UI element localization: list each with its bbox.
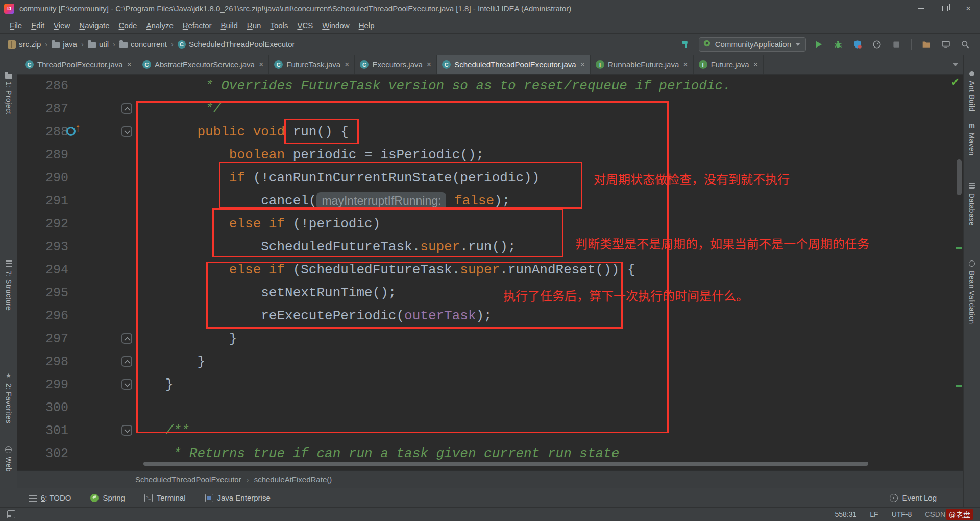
nav-crumb-src-zip[interactable]: src.zip <box>5 39 43 50</box>
toolwindow-button-terminal[interactable]: Terminal <box>144 493 186 502</box>
gutter[interactable] <box>68 327 148 350</box>
close-icon[interactable]: × <box>345 60 349 69</box>
line-number[interactable]: 288 <box>17 121 68 144</box>
close-icon[interactable]: × <box>753 60 758 69</box>
line-number[interactable]: 290 <box>17 167 68 190</box>
stop-button[interactable] <box>890 38 903 51</box>
fold-up-icon[interactable] <box>121 356 132 367</box>
caret-position[interactable]: 558:31 <box>835 510 856 518</box>
code-text[interactable]: public void run() { <box>148 121 963 144</box>
tool-stripe-maven[interactable]: Maven <box>964 122 980 156</box>
inspections-ok-icon[interactable]: ✓ <box>951 76 960 89</box>
code-line-289[interactable]: 289 boolean periodic = isPeriodic(); <box>17 144 963 167</box>
code-text[interactable]: reExecutePeriodic(outerTask); <box>148 304 963 327</box>
code-text[interactable]: */ <box>148 98 963 121</box>
code-text[interactable]: cancel(mayInterruptIfRunning: false); <box>148 190 963 212</box>
code-text[interactable]: } <box>148 373 963 396</box>
menu-item-file[interactable]: File <box>5 19 27 32</box>
project-structure-button[interactable] <box>920 38 933 51</box>
minimize-button[interactable] <box>910 0 933 17</box>
toolwindow-switcher-icon[interactable] <box>7 510 15 518</box>
restore-button[interactable] <box>933 0 957 17</box>
code-text[interactable]: setNextRunTime(); <box>148 281 963 304</box>
close-button[interactable]: × <box>957 0 980 17</box>
fold-down-icon[interactable] <box>121 425 132 436</box>
code-line-296[interactable]: 296 reExecutePeriodic(outerTask); <box>17 304 963 327</box>
search-everywhere-button[interactable] <box>959 38 972 51</box>
nav-crumb-util[interactable]: util <box>85 39 111 50</box>
menu-item-help[interactable]: Help <box>354 19 379 32</box>
code-line-301[interactable]: 301/** <box>17 419 963 442</box>
profiler-button[interactable] <box>870 38 884 51</box>
gutter[interactable] <box>68 442 148 465</box>
menu-item-run[interactable]: Run <box>242 19 266 32</box>
breadcrumb-item-scheduledthreadpoolexecutor[interactable]: ScheduledThreadPoolExecutor <box>135 475 241 484</box>
code-text[interactable] <box>148 396 963 419</box>
menu-item-navigate[interactable]: Navigate <box>75 19 114 32</box>
horizontal-scrollbar[interactable] <box>143 462 868 466</box>
toolwindow-button-spring[interactable]: Spring <box>90 493 125 502</box>
code-text[interactable]: /** <box>148 419 963 442</box>
menu-item-vcs[interactable]: VCS <box>292 19 317 32</box>
code-text[interactable]: else if (ScheduledFutureTask.super.runAn… <box>148 258 963 281</box>
line-number[interactable]: 293 <box>17 235 68 258</box>
menu-item-refactor[interactable]: Refactor <box>178 19 216 32</box>
fold-down-icon[interactable] <box>121 379 132 390</box>
gutter[interactable] <box>68 258 148 281</box>
line-separator[interactable]: LF <box>870 510 878 518</box>
menu-item-code[interactable]: Code <box>114 19 142 32</box>
tab-abstractexecutorservice-java[interactable]: CAbstractExecutorService.java× <box>137 55 269 74</box>
code-text[interactable]: } <box>148 327 963 350</box>
code-line-303[interactable]: 303 * and run-after-shutdown parameters. <box>17 465 963 470</box>
tool-stripe-web[interactable]: Web <box>0 446 17 472</box>
code-line-297[interactable]: 297 } <box>17 327 963 350</box>
fold-down-icon[interactable] <box>121 126 132 137</box>
nav-crumb-java[interactable]: java <box>49 39 80 50</box>
toolwindow-button-event-log[interactable]: Event Log <box>890 493 937 502</box>
presentation-mode-button[interactable] <box>939 38 952 51</box>
code-line-286[interactable]: 286 * Overrides FutureTask version so as… <box>17 75 963 98</box>
gutter[interactable] <box>68 396 148 419</box>
build-hammer-icon[interactable] <box>679 38 693 51</box>
fold-up-icon[interactable] <box>121 103 132 114</box>
tab-scheduledthreadpoolexecutor-java[interactable]: CScheduledThreadPoolExecutor.java× <box>437 55 591 74</box>
fold-up-icon[interactable] <box>121 333 132 344</box>
gutter[interactable] <box>68 304 148 327</box>
line-number[interactable]: 287 <box>17 98 68 121</box>
tabs-dropdown-icon[interactable] <box>953 55 963 74</box>
code-line-300[interactable]: 300 <box>17 396 963 419</box>
code-line-291[interactable]: 291 cancel(mayInterruptIfRunning: false)… <box>17 190 963 212</box>
gutter[interactable] <box>68 373 148 396</box>
gutter[interactable] <box>68 419 148 442</box>
tool-stripe-database[interactable]: Database <box>964 182 980 226</box>
close-icon[interactable]: × <box>580 60 585 69</box>
gutter[interactable] <box>68 235 148 258</box>
close-icon[interactable]: × <box>259 60 263 69</box>
line-number[interactable]: 292 <box>17 212 68 235</box>
vertical-scrollbar[interactable] <box>957 159 962 195</box>
code-line-292[interactable]: 292 else if (!periodic) <box>17 212 963 235</box>
code-line-294[interactable]: 294 else if (ScheduledFutureTask.super.r… <box>17 258 963 281</box>
gutter[interactable] <box>68 98 148 121</box>
debug-button[interactable] <box>831 38 845 51</box>
tool-stripe-ant-build[interactable]: Ant Build <box>964 69 980 112</box>
run-button[interactable] <box>812 38 825 51</box>
menu-item-edit[interactable]: Edit <box>27 19 49 32</box>
line-number[interactable]: 294 <box>17 258 68 281</box>
code-text[interactable]: } <box>148 350 963 373</box>
menu-item-window[interactable]: Window <box>317 19 354 32</box>
close-icon[interactable]: × <box>427 60 431 69</box>
tab-runnablefuture-java[interactable]: IRunnableFuture.java× <box>591 55 694 74</box>
line-number[interactable]: 296 <box>17 304 68 327</box>
line-number[interactable]: 289 <box>17 144 68 167</box>
file-encoding[interactable]: UTF-8 <box>892 510 912 518</box>
nav-crumb-concurrent[interactable]: concurrent <box>117 39 169 50</box>
line-number[interactable]: 301 <box>17 419 68 442</box>
line-number[interactable]: 302 <box>17 442 68 465</box>
code-line-287[interactable]: 287 */ <box>17 98 963 121</box>
tab-futuretask-java[interactable]: CFutureTask.java× <box>269 55 355 74</box>
tab-future-java[interactable]: IFuture.java× <box>694 55 764 74</box>
gutter[interactable] <box>68 465 148 470</box>
gutter[interactable] <box>68 167 148 190</box>
close-icon[interactable]: × <box>683 60 688 69</box>
